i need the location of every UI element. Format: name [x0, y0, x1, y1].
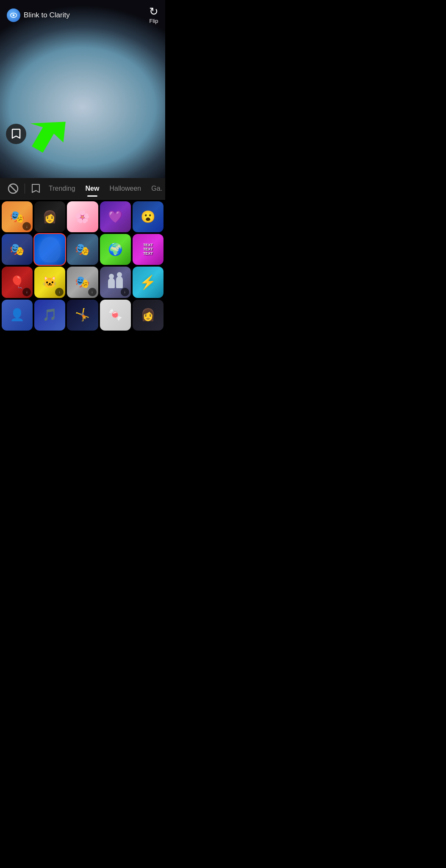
tile-8-icon: 🎭: [75, 244, 90, 256]
tile-6-icon: 🎭: [10, 244, 25, 256]
effect-tile-3[interactable]: 🌸: [67, 201, 98, 232]
effect-tile-2[interactable]: 👩: [34, 201, 65, 232]
bookmark-tab-icon: [31, 184, 40, 194]
effect-tile-15[interactable]: ⚡: [133, 267, 163, 298]
tile-18-icon: 🤸: [75, 309, 90, 321]
tile-5-icon: 😮: [141, 211, 155, 223]
tile-16-icon: 👤: [10, 309, 25, 321]
camera-view: Blink to Clarity ↻ Flip: [0, 0, 165, 178]
tile-7-silhouette: [39, 237, 61, 262]
effect-icon: [7, 8, 20, 22]
svg-marker-2: [25, 119, 68, 157]
effect-tile-19[interactable]: 🍬: [100, 300, 131, 331]
tile-17-icon: 🎵: [42, 309, 57, 321]
tile-4-icon: 💜: [108, 211, 123, 223]
bookmark-tab-button[interactable]: [30, 183, 41, 194]
top-bar: Blink to Clarity ↻ Flip: [0, 0, 165, 28]
tile-12-icon: 🐱: [42, 276, 57, 288]
effect-tile-20[interactable]: 👩: [133, 300, 163, 331]
no-symbol-icon: [8, 183, 19, 194]
effect-tile-6[interactable]: 🎭: [2, 234, 33, 265]
effect-tile-17[interactable]: 🎵: [34, 300, 65, 331]
filter-tabs-bar: Trending New Halloween Ga...: [0, 178, 165, 200]
effect-tile-5[interactable]: 😮: [133, 201, 163, 232]
effect-name: Blink to Clarity: [24, 11, 70, 19]
effect-tile-9[interactable]: 🌍: [100, 234, 131, 265]
effects-grid: 🎭 ↓ 👩 🌸 💜 😮 🎭: [0, 200, 165, 332]
svg-line-4: [10, 185, 17, 192]
tile-11-icon: 🎈: [10, 276, 25, 288]
tab-trending-label: Trending: [49, 185, 75, 192]
download-badge-12: ↓: [55, 288, 64, 296]
tile-3-icon: 🌸: [75, 211, 90, 223]
filter-tab-icons: [3, 178, 44, 199]
tab-new-label: New: [86, 185, 100, 192]
download-badge-13: ↓: [88, 288, 97, 296]
download-badge-1: ↓: [22, 222, 31, 231]
tile-9-icon: 🌍: [108, 244, 123, 256]
tile-15-lightning: ⚡: [139, 274, 156, 290]
effect-tile-10[interactable]: TEXTTEXTTEXT: [133, 234, 163, 265]
effect-tile-16[interactable]: 👤: [2, 300, 33, 331]
tile-20-icon: 👩: [141, 309, 155, 321]
tab-trending[interactable]: Trending: [44, 181, 80, 197]
effect-tile-1[interactable]: 🎭 ↓: [2, 201, 33, 232]
bottom-panel: Trending New Halloween Ga... 🎭 ↓ 👩: [0, 178, 165, 332]
eye-icon: [10, 11, 17, 19]
tile-14-persons: [108, 276, 123, 288]
effect-tile-12[interactable]: 🐱 ↓: [34, 267, 65, 298]
effect-tile-4[interactable]: 💜: [100, 201, 131, 232]
flip-label: Flip: [150, 18, 158, 24]
tab-halloween[interactable]: Halloween: [105, 181, 145, 197]
tab-games[interactable]: Ga...: [147, 181, 162, 197]
svg-point-1: [13, 14, 15, 16]
effect-tile-7[interactable]: [34, 234, 65, 265]
effect-tile-11[interactable]: 🎈 ↓: [2, 267, 33, 298]
no-symbol-button[interactable]: [7, 182, 19, 195]
flip-icon: ↻: [149, 6, 158, 17]
download-badge-14: ↓: [121, 288, 129, 296]
tile-10-text: TEXTTEXTTEXT: [143, 243, 153, 256]
tab-games-label: Ga...: [151, 185, 162, 192]
tab-new[interactable]: New: [81, 181, 104, 197]
tab-divider: [25, 184, 25, 194]
effect-tile-8[interactable]: 🎭: [67, 234, 98, 265]
effect-tile-18[interactable]: 🤸: [67, 300, 98, 331]
bookmark-icon: [11, 128, 21, 139]
effect-tile-13[interactable]: 🎭 ↓: [67, 267, 98, 298]
effect-tile-14[interactable]: ↓: [100, 267, 131, 298]
tile-13-icon: 🎭: [75, 276, 90, 288]
green-arrow-indicator: [25, 119, 68, 157]
tile-2-icon: 👩: [42, 211, 57, 223]
tab-halloween-label: Halloween: [109, 185, 141, 192]
flip-button[interactable]: ↻ Flip: [149, 6, 158, 24]
bookmark-camera-button[interactable]: [6, 124, 26, 144]
tile-1-icon: 🎭: [10, 211, 25, 223]
effect-info: Blink to Clarity: [7, 8, 70, 22]
tile-19-icon: 🍬: [108, 309, 123, 321]
download-badge-11: ↓: [22, 288, 31, 296]
tabs-scroll: Trending New Halloween Ga...: [44, 181, 162, 197]
